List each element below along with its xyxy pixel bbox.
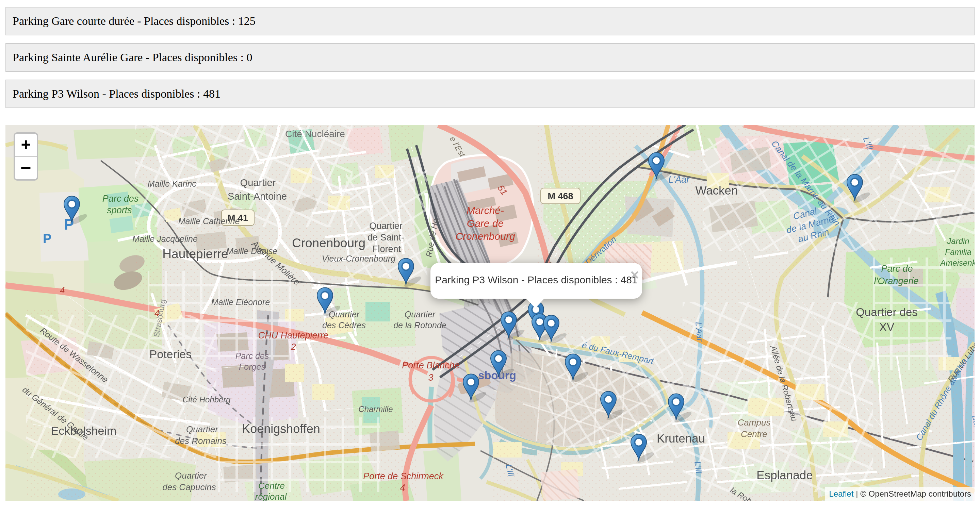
svg-text:4: 4: [60, 285, 65, 295]
svg-text:XV: XV: [879, 321, 894, 333]
svg-text:Quartier: Quartier: [175, 470, 207, 481]
svg-text:Jardin: Jardin: [947, 237, 969, 246]
svg-text:3: 3: [428, 372, 433, 383]
svg-text:Vieux-Cronenbourg: Vieux-Cronenbourg: [322, 254, 395, 263]
svg-text:des Capucins: des Capucins: [162, 482, 216, 492]
svg-text:Quartier: Quartier: [404, 310, 436, 319]
svg-text:Maille Jacqueline: Maille Jacqueline: [132, 234, 198, 243]
svg-text:Cronenbourg: Cronenbourg: [455, 230, 515, 242]
svg-text:Centre: Centre: [258, 481, 285, 491]
svg-text:des Romains: des Romains: [175, 436, 227, 446]
svg-text:Cité Nucléaire: Cité Nucléaire: [285, 129, 345, 139]
svg-text:Krutenau: Krutenau: [657, 432, 705, 445]
svg-text:sports: sports: [107, 205, 132, 215]
svg-text:Ameisenk: Ameisenk: [940, 258, 975, 267]
svg-text:Parc des: Parc des: [235, 351, 269, 361]
svg-text:2: 2: [290, 342, 296, 352]
svg-text:L'Ill: L'Ill: [693, 461, 704, 475]
svg-text:M 468: M 468: [547, 191, 573, 201]
svg-text:Quartier: Quartier: [240, 177, 276, 188]
svg-text:Porte Blanche: Porte Blanche: [402, 360, 460, 370]
svg-text:Cité Hohberg: Cité Hohberg: [182, 395, 231, 404]
svg-text:Wacken: Wacken: [695, 184, 738, 197]
svg-text:Centre: Centre: [741, 429, 767, 439]
svg-text:Poteries: Poteries: [150, 348, 192, 361]
svg-text:de Saint-: de Saint-: [368, 232, 404, 243]
svg-text:Quartier des: Quartier des: [856, 306, 918, 318]
svg-text:4: 4: [154, 308, 159, 318]
svg-text:Porte de Schirmeck: Porte de Schirmeck: [363, 471, 444, 481]
svg-text:Maille Catherine: Maille Catherine: [178, 216, 240, 226]
svg-text:Charmille: Charmille: [358, 404, 393, 413]
svg-text:Saint-Antoine: Saint-Antoine: [228, 191, 287, 202]
svg-text:Hautepierre: Hautepierre: [162, 247, 228, 261]
svg-text:CHU Hautepierre: CHU Hautepierre: [258, 330, 328, 340]
svg-text:Maille Eléonore: Maille Eléonore: [211, 297, 270, 307]
svg-text:Esplanade: Esplanade: [756, 468, 813, 482]
svg-text:Maille Karine: Maille Karine: [148, 179, 197, 188]
svg-text:Florent: Florent: [372, 244, 401, 254]
svg-text:Marché-: Marché-: [466, 205, 504, 216]
svg-text:des Cèdres: des Cèdres: [322, 320, 366, 330]
svg-text:4: 4: [400, 483, 405, 493]
svg-text:Campus: Campus: [738, 417, 771, 428]
svg-text:Parc des: Parc des: [102, 194, 139, 204]
svg-text:Quartier: Quartier: [369, 221, 402, 231]
svg-text:L'Aar: L'Aar: [694, 321, 705, 342]
svg-text:P: P: [43, 232, 51, 246]
svg-text:Familia: Familia: [945, 247, 971, 256]
svg-text:Quartier: Quartier: [186, 424, 218, 434]
svg-text:régional: régional: [255, 491, 287, 501]
svg-text:de la Rotonde: de la Rotonde: [393, 320, 447, 330]
svg-text:Parc de: Parc de: [881, 264, 913, 274]
svg-text:Cronenbourg: Cronenbourg: [292, 236, 366, 250]
svg-text:Forges: Forges: [239, 362, 266, 372]
svg-text:L'Aar: L'Aar: [668, 175, 690, 185]
svg-text:Koenigshoffen: Koenigshoffen: [242, 422, 320, 436]
svg-text:l'Orangerie: l'Orangerie: [874, 276, 918, 286]
svg-text:Gare de: Gare de: [467, 218, 504, 229]
